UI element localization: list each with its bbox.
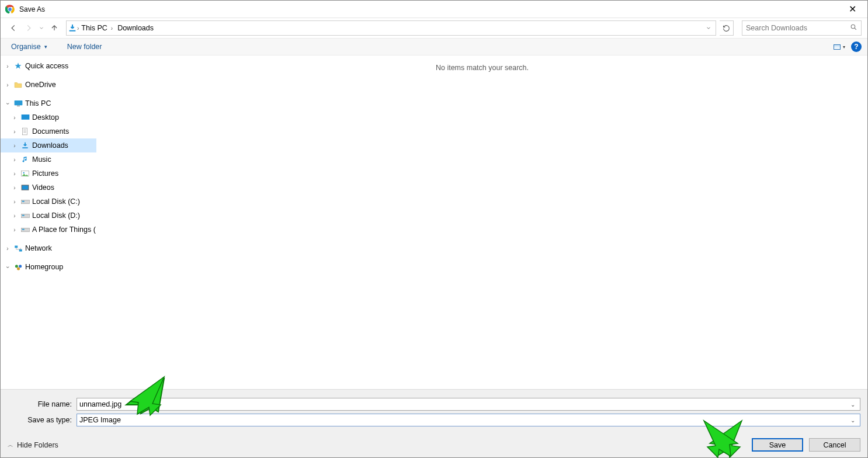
tree-downloads[interactable]: › Downloads [1,138,96,152]
organise-button[interactable]: Organise [6,40,52,53]
svg-rect-5 [17,106,20,106]
network-icon [13,244,23,253]
videos-icon [20,183,30,192]
tree-label: Downloads [32,141,68,150]
tree-videos[interactable]: › Videos [1,181,96,195]
tree-label: Homegroup [25,263,63,271]
tree-label: Quick access [25,62,68,70]
forward-button[interactable] [23,22,34,34]
expand-icon[interactable]: › [4,63,11,70]
up-button[interactable] [48,22,60,34]
search-input[interactable]: Search Downloads [742,20,862,36]
tree-label: Pictures [32,169,58,178]
address-bar[interactable]: › This PC› Downloads [66,20,716,36]
folder-icon [13,80,23,89]
tree-network[interactable]: › Network [1,241,96,255]
nav-row: › This PC› Downloads Search Downloads [1,18,867,38]
filename-label: File name: [8,400,77,408]
tree-this-pc[interactable]: › This PC [1,96,96,110]
save-type-select[interactable]: JPEG Image ⌄ [77,414,860,426]
svg-rect-18 [15,245,18,248]
downloads-icon [20,141,30,150]
expand-icon[interactable]: › [11,213,18,219]
organise-label: Organise [11,43,41,51]
svg-rect-7 [22,128,27,135]
tree-label: Local Disk (D:) [32,211,80,220]
window-title: Save As [19,5,45,13]
crumb-label: Downloads [117,24,154,32]
tree-documents[interactable]: › Documents [1,124,96,138]
svg-point-21 [19,265,22,268]
tree-desktop[interactable]: › Desktop [1,110,96,124]
tree-local-c[interactable]: › Local Disk (C:) [1,195,96,209]
expand-icon[interactable]: › [11,143,18,149]
expand-icon[interactable]: › [11,114,18,121]
tree-homegroup[interactable]: › Homegroup [1,260,96,274]
tree-place[interactable]: › A Place for Things ( [1,223,96,237]
expand-icon[interactable]: › [11,157,18,163]
recent-dropdown[interactable] [38,22,45,34]
desktop-icon [20,113,30,122]
collapse-icon[interactable]: › [5,263,11,270]
help-button[interactable]: ? [851,41,862,52]
tree-local-d[interactable]: › Local Disk (D:) [1,209,96,223]
crumb-label: This PC [81,24,107,32]
tree-label: OneDrive [25,81,56,89]
new-folder-label: New folder [67,43,102,51]
drive-icon [20,197,30,206]
filename-value: unnamed.jpg [79,400,121,408]
tree-label: Local Disk (C:) [32,197,80,206]
svg-rect-6 [21,114,29,120]
expand-icon[interactable]: › [11,185,18,191]
svg-rect-11 [22,186,29,190]
drive-icon [20,225,30,234]
refresh-button[interactable] [720,20,734,36]
new-folder-button[interactable]: New folder [63,40,107,53]
cancel-button[interactable]: Cancel [809,438,860,452]
svg-rect-4 [14,100,22,105]
back-button[interactable] [8,22,19,34]
filename-input[interactable]: unnamed.jpg ⌄ [77,398,860,411]
crumb-this-pc[interactable]: This PC› [79,21,115,35]
svg-point-22 [17,267,20,270]
file-list-area[interactable]: No items match your search. [97,55,867,389]
tree-pictures[interactable]: › Pictures [1,166,96,181]
crumb-downloads[interactable]: Downloads [115,21,156,35]
svg-point-9 [23,172,25,174]
chevron-up-icon: ︿ [8,441,13,449]
chrome-icon [5,5,15,14]
homegroup-icon [13,262,23,272]
expand-icon[interactable]: › [4,82,11,88]
downloads-location-icon [68,23,77,33]
expand-icon[interactable]: › [11,171,18,177]
expand-icon[interactable]: › [4,245,11,252]
bottom-panel: File name: unnamed.jpg ⌄ Save as type: J… [1,389,867,457]
star-icon [13,61,23,71]
expand-icon[interactable]: › [11,129,18,135]
tree-onedrive[interactable]: › OneDrive [1,78,96,92]
tree-label: Network [25,244,52,252]
documents-icon [20,127,30,136]
tree-label: Desktop [32,113,59,122]
save-button[interactable]: Save [752,438,803,452]
filename-dropdown-icon[interactable]: ⌄ [848,401,857,408]
drive-icon [20,211,30,220]
toolbar: Organise New folder ? [1,38,867,55]
search-placeholder: Search Downloads [746,24,807,32]
save-type-value: JPEG Image [79,416,121,424]
tree-label: A Place for Things ( [32,225,96,234]
expand-icon[interactable]: › [11,199,18,205]
collapse-icon[interactable]: › [5,100,11,107]
expand-icon[interactable]: › [11,227,18,233]
tree-quick-access[interactable]: › Quick access [1,59,96,73]
tree-music[interactable]: › Music [1,152,96,166]
search-icon [850,23,857,33]
hide-folders-button[interactable]: ︿ Hide Folders [8,441,58,449]
cancel-label: Cancel [824,441,846,449]
pictures-icon [20,169,30,178]
close-button[interactable]: ✕ [841,4,864,15]
address-dropdown[interactable] [702,21,716,35]
save-type-dropdown-icon[interactable]: ⌄ [848,417,857,424]
svg-point-20 [15,265,18,268]
view-options-button[interactable] [834,44,845,50]
